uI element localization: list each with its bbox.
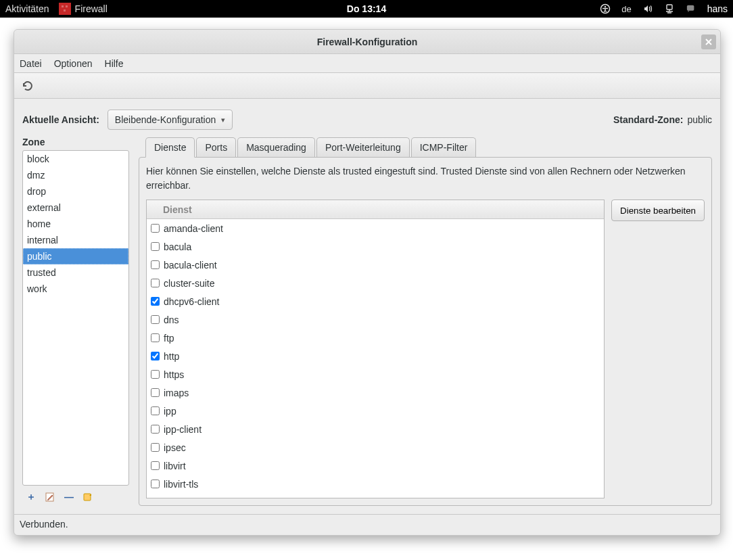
status-text: Verbunden. — [20, 519, 68, 530]
menu-help[interactable]: Hilfe — [105, 58, 124, 69]
service-row[interactable]: bacula — [147, 237, 604, 256]
gnome-top-panel: Aktivitäten Firewall Do 13:14 de hans — [0, 0, 733, 18]
zone-item-external[interactable]: external — [23, 200, 128, 216]
service-checkbox[interactable] — [151, 480, 160, 488]
service-row[interactable]: https — [147, 365, 604, 383]
zone-add-button[interactable]: ＋ — [25, 491, 37, 503]
toolbar — [14, 73, 720, 99]
view-selector-value: Bleibende-Konfiguration — [115, 114, 216, 125]
tab-port-weiterleitung[interactable]: Port-Weiterleitung — [316, 137, 410, 158]
svg-rect-5 — [84, 494, 91, 500]
edit-services-button[interactable]: Dienste bearbeiten — [611, 200, 705, 221]
service-checkbox[interactable] — [151, 242, 160, 251]
service-checkbox[interactable] — [151, 315, 160, 324]
zone-item-block[interactable]: block — [23, 151, 128, 167]
service-row[interactable]: ftp — [147, 329, 604, 347]
service-checkbox[interactable] — [151, 352, 160, 360]
app-name: Firewall — [75, 3, 108, 14]
service-row[interactable]: imaps — [147, 383, 604, 402]
service-row[interactable]: dns — [147, 310, 604, 329]
service-row[interactable]: ipp — [147, 402, 604, 420]
service-label: cluster-suite — [164, 278, 214, 289]
zone-item-public[interactable]: public — [23, 248, 128, 264]
zone-item-work[interactable]: work — [23, 281, 128, 297]
zone-item-dmz[interactable]: dmz — [23, 167, 128, 183]
svg-point-1 — [605, 6, 606, 7]
current-view-label: Aktuelle Ansicht: — [22, 114, 99, 125]
tab-dienste[interactable]: Dienste — [145, 137, 195, 158]
services-tab-panel: Hier können Sie einstellen, welche Diens… — [139, 157, 712, 506]
service-label: http — [164, 351, 179, 362]
service-label: libvirt — [164, 461, 186, 471]
service-label: ipp-client — [164, 424, 202, 435]
zone-remove-button[interactable]: — — [63, 491, 75, 503]
user-menu[interactable]: hans — [707, 3, 728, 14]
menu-options[interactable]: Optionen — [54, 58, 93, 69]
service-checkbox[interactable] — [151, 370, 160, 379]
service-checkbox[interactable] — [151, 279, 160, 287]
service-row[interactable]: mdns — [147, 493, 604, 498]
services-table-header: Dienst — [147, 200, 604, 219]
statusbar: Verbunden. — [14, 514, 720, 535]
tab-ports[interactable]: Ports — [196, 137, 236, 158]
zone-item-internal[interactable]: internal — [23, 232, 128, 248]
service-label: dhcpv6-client — [164, 296, 220, 307]
activities-button[interactable]: Aktivitäten — [5, 3, 49, 14]
services-header-label: Dienst — [163, 204, 192, 215]
zone-item-trusted[interactable]: trusted — [23, 264, 128, 281]
service-row[interactable]: http — [147, 347, 604, 365]
zone-edit-button[interactable] — [44, 491, 56, 503]
service-row[interactable]: libvirt-tls — [147, 475, 604, 493]
service-label: amanda-client — [164, 223, 223, 234]
service-checkbox[interactable] — [151, 260, 160, 269]
network-icon[interactable] — [664, 3, 675, 14]
services-scroll[interactable]: amanda-clientbaculabacula-clientcluster-… — [147, 219, 604, 498]
service-row[interactable]: dhcpv6-client — [147, 292, 604, 310]
zone-item-drop[interactable]: drop — [23, 183, 128, 200]
menu-file[interactable]: Datei — [20, 58, 42, 69]
detail-column: DienstePortsMasqueradingPort-Weiterleitu… — [139, 137, 712, 506]
clock[interactable]: Do 13:14 — [347, 3, 386, 14]
service-label: imaps — [164, 388, 189, 398]
service-row[interactable]: ipsec — [147, 438, 604, 457]
close-button[interactable] — [701, 34, 716, 49]
service-checkbox[interactable] — [151, 388, 160, 397]
chevron-down-icon: ▾ — [221, 116, 225, 124]
service-checkbox[interactable] — [151, 425, 160, 434]
service-row[interactable]: amanda-client — [147, 219, 604, 237]
standard-zone-label: Standard-Zone: — [613, 114, 683, 125]
zone-button-row: ＋ — — [22, 491, 129, 503]
zone-defaults-button[interactable] — [82, 491, 94, 503]
service-row[interactable]: libvirt — [147, 457, 604, 475]
menubar: Datei Optionen Hilfe — [14, 54, 720, 73]
keyboard-layout[interactable]: de — [621, 4, 631, 14]
service-checkbox[interactable] — [151, 443, 160, 452]
titlebar: Firewall-Konfiguration — [14, 30, 720, 54]
service-row[interactable]: bacula-client — [147, 256, 604, 274]
accessibility-icon[interactable] — [600, 3, 611, 14]
service-checkbox[interactable] — [151, 333, 160, 342]
zone-list[interactable]: blockdmzdropexternalhomeinternalpublictr… — [22, 150, 129, 486]
zone-heading: Zone — [22, 137, 129, 147]
tab-bar: DienstePortsMasqueradingPort-Weiterleitu… — [145, 137, 712, 157]
service-label: https — [164, 369, 184, 380]
volume-icon[interactable] — [642, 3, 653, 14]
service-checkbox[interactable] — [151, 461, 160, 470]
service-checkbox[interactable] — [151, 406, 160, 415]
service-checkbox[interactable] — [151, 224, 160, 233]
service-label: ipsec — [164, 442, 186, 453]
service-row[interactable]: ipp-client — [147, 420, 604, 438]
zone-item-home[interactable]: home — [23, 216, 128, 232]
chat-icon[interactable] — [686, 3, 696, 14]
reload-button[interactable] — [21, 79, 34, 93]
service-checkbox[interactable] — [151, 297, 160, 306]
services-table: Dienst amanda-clientbaculabacula-clientc… — [146, 200, 605, 498]
tab-masquerading[interactable]: Masquerading — [237, 137, 315, 158]
firewall-icon — [59, 3, 71, 15]
service-label: libvirt-tls — [164, 479, 198, 490]
main-area: Zone blockdmzdropexternalhomeinternalpub… — [14, 137, 720, 514]
service-row[interactable]: cluster-suite — [147, 274, 604, 292]
tab-icmp-filter[interactable]: ICMP-Filter — [411, 137, 477, 158]
app-indicator[interactable]: Firewall — [59, 3, 108, 15]
view-selector[interactable]: Bleibende-Konfiguration ▾ — [108, 110, 233, 130]
